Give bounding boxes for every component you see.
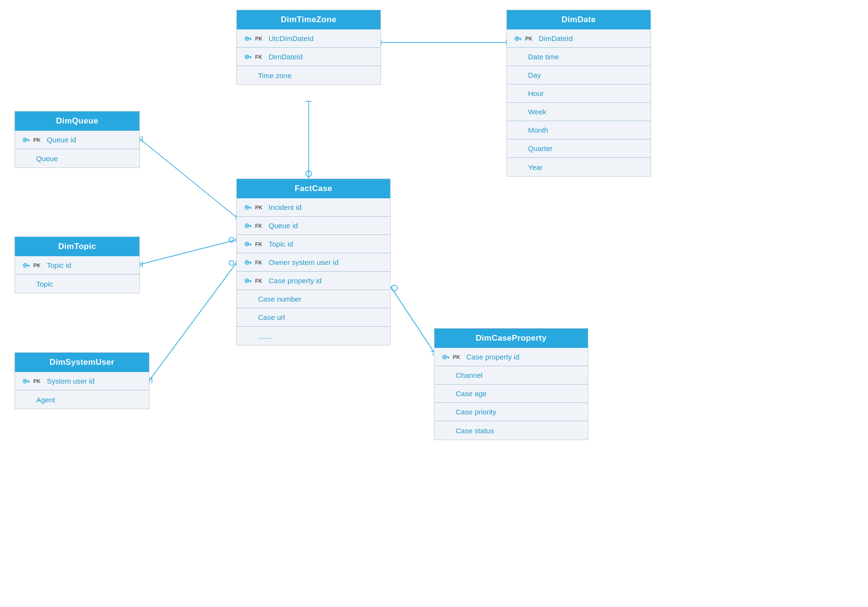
table-row: Quarter: [507, 139, 651, 158]
field-name: Incident id: [269, 203, 301, 211]
svg-rect-67: [27, 381, 30, 382]
svg-rect-56: [250, 263, 251, 264]
table-row: PK DimDateId: [507, 29, 651, 48]
svg-rect-47: [249, 225, 252, 226]
field-badge: PK: [255, 205, 266, 210]
table-row: Agent: [15, 390, 149, 409]
key-icon: [244, 221, 252, 230]
svg-point-37: [516, 38, 518, 40]
table-row: PK Topic id: [15, 256, 139, 275]
entity-dimdate-body: PK DimDateId Date time Day Hour Week: [507, 29, 651, 176]
table-row: Week: [507, 103, 651, 121]
field-name: Owner system user id: [269, 258, 339, 266]
entity-dimtopic-body: PK Topic id Topic: [15, 256, 139, 293]
field-badge: PK: [33, 137, 44, 143]
svg-rect-52: [250, 245, 251, 246]
table-row: Year: [507, 158, 651, 176]
field-name: Queue id: [269, 221, 298, 230]
table-row: Time zone: [237, 66, 380, 84]
field-badge: FK: [255, 278, 266, 284]
key-icon: [22, 136, 30, 144]
entity-dimqueue-body: PK Queue id Queue: [15, 131, 139, 167]
table-row: .......: [237, 327, 390, 345]
entity-dimtopic-header: DimTopic: [15, 237, 139, 256]
table-row: PK System user id: [15, 372, 149, 390]
svg-line-22: [391, 287, 434, 352]
key-icon: [244, 203, 252, 212]
table-row: PK Incident id: [237, 198, 390, 217]
field-name: Case url: [258, 313, 285, 321]
field-name: UtcDimDateId: [269, 34, 313, 42]
key-icon: [441, 353, 450, 361]
svg-point-25: [392, 285, 397, 291]
svg-rect-44: [250, 208, 251, 209]
svg-rect-28: [250, 39, 251, 40]
svg-rect-59: [249, 280, 252, 281]
field-name: Week: [528, 108, 546, 116]
table-row: Hour: [507, 84, 651, 103]
field-name: .......: [258, 332, 272, 340]
svg-point-65: [24, 264, 26, 266]
entity-dimcaseproperty-header: DimCaseProperty: [434, 329, 588, 348]
key-icon: [244, 276, 252, 285]
field-badge: FK: [255, 54, 266, 60]
svg-point-57: [246, 262, 248, 263]
svg-rect-31: [249, 56, 252, 57]
svg-rect-40: [28, 140, 29, 141]
svg-point-61: [246, 280, 248, 282]
svg-rect-64: [28, 266, 29, 267]
table-row: Case age: [434, 385, 588, 403]
svg-rect-35: [519, 38, 522, 39]
svg-rect-43: [249, 207, 252, 208]
entity-dimcaseproperty: DimCaseProperty PK Case property id Chan…: [434, 328, 588, 440]
field-name: Queue: [36, 154, 58, 163]
field-name: Channel: [456, 371, 483, 379]
svg-rect-48: [250, 226, 251, 227]
field-name: Quarter: [528, 144, 553, 152]
svg-rect-36: [520, 39, 521, 40]
table-row: PK Case property id: [434, 348, 588, 366]
entity-dimtimezone: DimTimeZone PK UtcDimDateId FK DimDateId…: [236, 10, 381, 85]
table-row: Topic: [15, 275, 139, 293]
entity-dimsystemuser-header: DimSystemUser: [15, 353, 149, 372]
table-row: Month: [507, 121, 651, 139]
svg-point-69: [24, 380, 26, 382]
key-icon: [22, 377, 30, 386]
entity-dimdate-header: DimDate: [507, 10, 651, 29]
entity-factcase: FactCase PK Incident id FK Queue id: [236, 179, 391, 345]
table-row: Day: [507, 66, 651, 84]
field-badge: FK: [255, 260, 266, 265]
key-icon: [244, 258, 252, 267]
diagram-container: DimTimeZone PK UtcDimDateId FK DimDateId…: [0, 0, 868, 607]
field-name: System user id: [47, 377, 95, 385]
table-row: Case number: [237, 290, 390, 308]
key-icon: [22, 261, 30, 270]
svg-rect-39: [27, 139, 30, 140]
field-badge: FK: [255, 223, 266, 229]
field-name: Day: [528, 71, 541, 79]
entity-dimsystemuser-body: PK System user id Agent: [15, 372, 149, 409]
table-row: FK DimDateId: [237, 48, 380, 66]
key-icon: [244, 34, 252, 43]
svg-point-6: [306, 171, 312, 177]
entity-dimsystemuser: DimSystemUser PK System user id Agent: [14, 352, 149, 409]
svg-line-8: [140, 139, 236, 217]
svg-point-49: [246, 225, 248, 227]
table-row: FK Topic id: [237, 235, 390, 253]
field-name: Date time: [528, 53, 559, 61]
field-name: Topic: [36, 280, 53, 288]
field-name: Case number: [258, 295, 301, 303]
table-row: PK Queue id: [15, 131, 139, 149]
svg-rect-63: [27, 265, 30, 266]
table-row: Case url: [237, 308, 390, 327]
field-badge: PK: [33, 378, 44, 384]
entity-dimtimezone-body: PK UtcDimDateId FK DimDateId Time zone: [237, 29, 380, 84]
field-name: Queue id: [47, 136, 76, 144]
svg-point-45: [246, 207, 248, 208]
field-name: Case status: [456, 427, 494, 435]
table-row: Queue: [15, 149, 139, 167]
field-name: Topic id: [269, 240, 293, 248]
entity-dimqueue: DimQueue PK Queue id Queue: [14, 111, 140, 168]
connectors-svg: [0, 0, 868, 607]
field-name: Case priority: [456, 408, 496, 416]
